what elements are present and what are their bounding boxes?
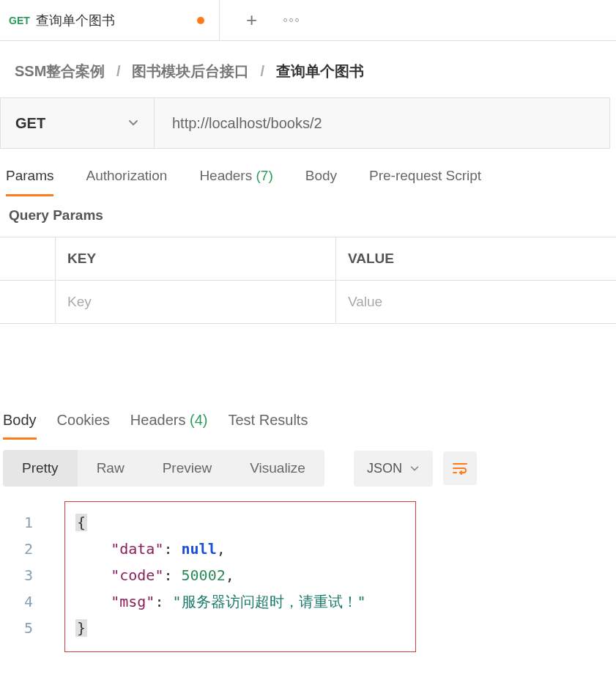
request-tab[interactable]: GET 查询单个图书 xyxy=(0,0,220,40)
crumb-sep: / xyxy=(116,63,121,79)
resp-tab-tests[interactable]: Test Results xyxy=(228,412,308,437)
crumb-mid[interactable]: 图书模块后台接口 xyxy=(132,63,249,79)
format-label: JSON xyxy=(367,461,402,476)
plus-icon[interactable]: + xyxy=(246,9,257,32)
col-value: VALUE xyxy=(336,237,616,280)
chevron-down-icon xyxy=(409,463,420,473)
col-key: KEY xyxy=(56,237,336,280)
tab-prerequest[interactable]: Pre-request Script xyxy=(369,168,481,196)
breadcrumb: SSM整合案例 / 图书模块后台接口 / 查询单个图书 xyxy=(0,41,616,97)
crumb-root[interactable]: SSM整合案例 xyxy=(15,63,105,79)
request-row: GET http://localhost/books/2 xyxy=(0,97,610,149)
url-input[interactable]: http://localhost/books/2 xyxy=(155,98,609,148)
fmt-raw[interactable]: Raw xyxy=(78,450,144,487)
table-row[interactable]: Key Value xyxy=(0,281,616,323)
tab-authorization[interactable]: Authorization xyxy=(86,168,167,196)
resp-tab-body[interactable]: Body xyxy=(3,412,37,440)
tab-bar: GET 查询单个图书 + xyxy=(0,0,616,41)
json-content[interactable]: { "data": null, "code": 50002, "msg": "服… xyxy=(75,509,405,641)
json-highlight-box: 12345 { "data": null, "code": 50002, "ms… xyxy=(64,501,416,652)
fmt-visualize[interactable]: Visualize xyxy=(231,450,324,487)
key-input[interactable]: Key xyxy=(56,281,336,323)
tab-params[interactable]: Params xyxy=(6,168,53,196)
line-gutter: 12345 xyxy=(24,509,33,641)
method-label: GET xyxy=(15,115,45,132)
more-icon[interactable] xyxy=(283,18,299,22)
tab-body[interactable]: Body xyxy=(305,168,337,196)
resp-tab-cookies[interactable]: Cookies xyxy=(57,412,110,437)
response-body: 12345 { "data": null, "code": 50002, "ms… xyxy=(0,494,616,667)
tab-title: 查询单个图书 xyxy=(36,12,115,29)
tab-actions: + xyxy=(220,0,299,40)
format-tabs: Pretty Raw Preview Visualize xyxy=(3,450,324,487)
crumb-current: 查询单个图书 xyxy=(276,63,364,79)
wrap-lines-icon[interactable] xyxy=(443,451,477,485)
request-subtabs: Params Authorization Headers (7) Body Pr… xyxy=(0,149,616,197)
method-select[interactable]: GET xyxy=(1,98,155,148)
table-header: KEY VALUE xyxy=(0,237,616,281)
checkbox-col xyxy=(0,237,56,280)
query-params-title: Query Params xyxy=(0,197,616,237)
row-checkbox[interactable] xyxy=(0,281,56,323)
format-select[interactable]: JSON xyxy=(354,451,433,487)
tab-method: GET xyxy=(9,15,30,26)
crumb-sep: / xyxy=(261,63,265,79)
query-params-table: KEY VALUE Key Value xyxy=(0,237,616,324)
tab-headers[interactable]: Headers (7) xyxy=(199,168,272,196)
resp-tab-headers[interactable]: Headers (4) xyxy=(130,412,208,437)
format-row: Pretty Raw Preview Visualize JSON xyxy=(0,440,616,494)
fmt-pretty[interactable]: Pretty xyxy=(3,450,78,487)
response-tabs: Body Cookies Headers (4) Test Results xyxy=(0,412,616,440)
chevron-down-icon xyxy=(127,115,139,132)
value-input[interactable]: Value xyxy=(336,281,616,323)
unsaved-dot-icon xyxy=(197,17,204,24)
fmt-preview[interactable]: Preview xyxy=(144,450,231,487)
